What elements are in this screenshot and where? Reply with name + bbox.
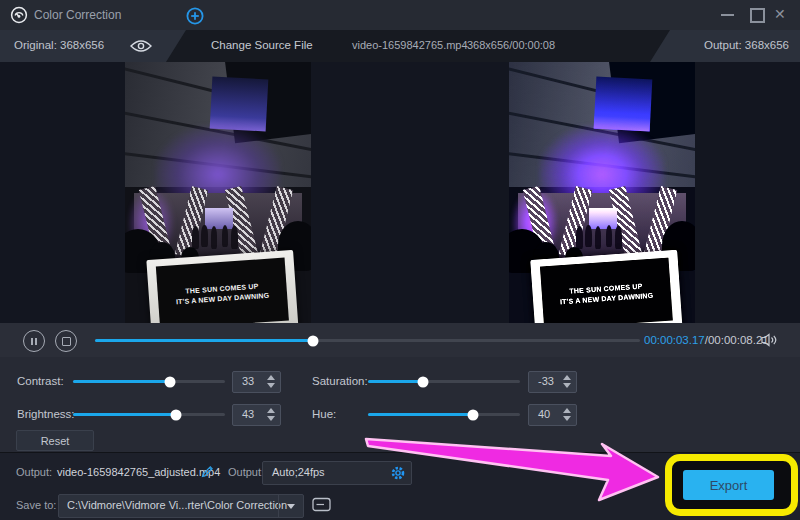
original-resolution-label: Original: 368x656 (14, 39, 104, 51)
lyrics-display: THE SUN COMES UP IT'S A NEW DAY DAWNING (540, 258, 673, 323)
app-gauge-icon (10, 6, 28, 24)
saturation-value: -33 (538, 375, 554, 387)
time-display: 00:00:03.17 /00:00:08.21 (644, 323, 769, 357)
spin-down-icon[interactable] (267, 416, 275, 421)
brightness-label: Brightness: (17, 408, 75, 420)
total-time: /00:00:08.21 (705, 334, 769, 346)
rename-pencil-icon[interactable] (201, 464, 215, 478)
contrast-value: 33 (242, 375, 254, 387)
current-time: 00:00:03.17 (644, 334, 705, 346)
hue-value: 40 (538, 408, 550, 420)
saturation-label: Saturation: (312, 375, 368, 387)
hue-slider[interactable] (368, 413, 520, 416)
saturation-slider[interactable] (368, 380, 520, 383)
saturation-spinner[interactable]: -33 (528, 371, 577, 393)
title-bar: Color Correction ✕ (0, 0, 800, 30)
source-filename: video-1659842765.mp4 (352, 39, 468, 51)
spin-down-icon[interactable] (267, 383, 275, 388)
spin-up-icon[interactable] (563, 375, 571, 380)
contrast-spin-arrows[interactable] (267, 375, 275, 388)
output-format-select[interactable]: Auto;24fps (262, 461, 412, 485)
volume-icon[interactable] (761, 333, 778, 347)
brightness-spin-arrows[interactable] (267, 408, 275, 421)
stop-icon (62, 337, 71, 346)
export-button[interactable]: Export (683, 470, 774, 500)
contrast-spinner[interactable]: 33 (232, 371, 281, 393)
adjustments-panel: Contrast: 33 Saturation: -33 (0, 357, 800, 452)
save-path-dropdown[interactable]: C:\Vidmore\Vidmore Vi...rter\Color Corre… (58, 494, 304, 518)
hue-spin-arrows[interactable] (563, 408, 571, 421)
lyrics-monitor: THE SUN COMES UP IT'S A NEW DAY DAWNING (531, 250, 683, 323)
hue-thumb[interactable] (467, 409, 478, 420)
spin-down-icon[interactable] (563, 383, 571, 388)
adjust-row-2: Brightness: 43 Hue: 40 (0, 404, 800, 425)
seek-thumb[interactable] (308, 335, 319, 346)
eye-preview-icon[interactable] (130, 40, 152, 52)
contrast-thumb[interactable] (165, 376, 176, 387)
add-source-icon[interactable] (186, 7, 204, 25)
brightness-value: 43 (242, 408, 254, 420)
output-name-label: Output: (16, 466, 52, 478)
preview-output-video: THE SUN COMES UP IT'S A NEW DAY DAWNING (509, 62, 695, 323)
saturation-thumb[interactable] (417, 376, 428, 387)
source-file-info: 368x656/00:00:08 (467, 39, 555, 51)
pause-icon (31, 338, 37, 345)
output-filename: video-1659842765_adjusted.mp4 (57, 466, 220, 478)
output-format-value: Auto;24fps (272, 466, 325, 478)
hue-spinner[interactable]: 40 (528, 404, 577, 426)
maximize-button[interactable] (750, 8, 765, 23)
preview-original-video: THE SUN COMES UP IT'S A NEW DAY DAWNING (125, 62, 311, 323)
color-correction-window: Color Correction ✕ Original: 368x656 Out… (0, 0, 800, 520)
saturation-spin-arrows[interactable] (563, 375, 571, 388)
contrast-label: Contrast: (17, 375, 64, 387)
pause-button[interactable] (23, 330, 45, 352)
window-title: Color Correction (34, 8, 121, 22)
lyrics-display: THE SUN COMES UP IT'S A NEW DAY DAWNING (156, 258, 289, 323)
output-format-label: Output: (228, 466, 264, 478)
brightness-spinner[interactable]: 43 (232, 404, 281, 426)
save-path-value: C:\Vidmore\Vidmore Vi...rter\Color Corre… (67, 499, 287, 511)
lyrics-caption: THE SUN COMES UP IT'S A NEW DAY DAWNING (175, 281, 270, 307)
save-path-dropdown-button[interactable] (278, 495, 303, 517)
stop-button[interactable] (55, 330, 77, 352)
brightness-thumb[interactable] (171, 409, 182, 420)
spin-down-icon[interactable] (563, 416, 571, 421)
video-scene: THE SUN COMES UP IT'S A NEW DAY DAWNING (125, 62, 311, 323)
brightness-slider[interactable] (73, 413, 225, 416)
save-to-label: Save to: (16, 499, 56, 511)
preview-area: THE SUN COMES UP IT'S A NEW DAY DAWNING (0, 62, 800, 323)
output-resolution-label: Output: 368x656 (704, 39, 789, 51)
spin-up-icon[interactable] (563, 408, 571, 413)
lyrics-caption: THE SUN COMES UP IT'S A NEW DAY DAWNING (559, 281, 654, 307)
reset-button[interactable]: Reset (16, 430, 94, 451)
chevron-down-icon (287, 504, 295, 509)
spin-up-icon[interactable] (267, 375, 275, 380)
close-button[interactable]: ✕ (774, 6, 786, 22)
adjust-row-1: Contrast: 33 Saturation: -33 (0, 371, 800, 392)
open-folder-icon[interactable] (312, 497, 332, 512)
gear-icon[interactable] (390, 465, 406, 481)
lyrics-monitor: THE SUN COMES UP IT'S A NEW DAY DAWNING (147, 250, 299, 323)
seek-fill (95, 339, 313, 342)
contrast-slider[interactable] (73, 380, 225, 383)
minimize-button[interactable] (721, 14, 734, 16)
change-source-file-button[interactable]: Change Source File (211, 39, 313, 51)
video-scene: THE SUN COMES UP IT'S A NEW DAY DAWNING (509, 62, 695, 323)
playback-bar: 00:00:03.17 /00:00:08.21 (0, 323, 800, 358)
spin-up-icon[interactable] (267, 408, 275, 413)
hue-label: Hue: (312, 408, 336, 420)
seek-slider[interactable] (95, 339, 640, 342)
